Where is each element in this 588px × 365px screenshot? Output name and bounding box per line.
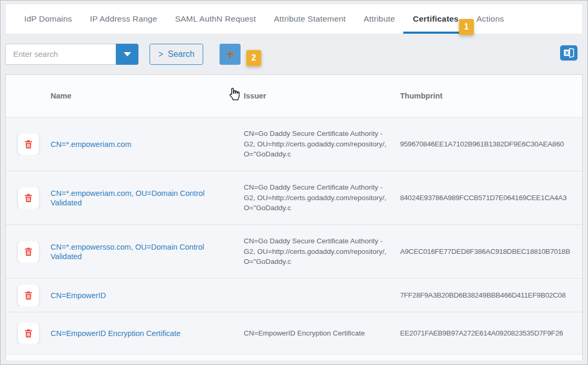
trash-icon bbox=[23, 193, 34, 203]
tab-certificates-label: Certificates bbox=[413, 14, 459, 24]
add-certificate-button[interactable]: + bbox=[220, 44, 241, 65]
certificate-issuer: CN=Go Daddy Secure Certificate Authority… bbox=[244, 236, 400, 267]
certificate-name-link[interactable]: CN=*.empoweriam.com, OU=Domain Control V… bbox=[51, 189, 205, 207]
export-to-excel-button[interactable]: X bbox=[560, 45, 577, 61]
certificate-thumbprint: A9CEC016FE77DED8F386AC918DBEC18810B7018B bbox=[400, 248, 582, 255]
trash-icon bbox=[23, 246, 34, 257]
step-1-annotation-badge: 1 bbox=[459, 19, 474, 35]
certificates-page: IdP Domains IP Address Range SAML AuthN … bbox=[0, 0, 588, 365]
table-row: CN=*.empowersso.com, OU=Domain Control V… bbox=[6, 224, 582, 278]
excel-icon: X bbox=[563, 48, 574, 58]
caret-down-icon bbox=[124, 52, 131, 56]
tab-certificates[interactable]: Certificates 1 bbox=[404, 4, 467, 34]
tab-ip-address-range[interactable]: IP Address Range bbox=[81, 4, 166, 34]
column-header-issuer: Issuer bbox=[244, 92, 400, 100]
certificate-thumbprint: 959670846EE1A7102B961B1382DF9E6C30AEA860 bbox=[400, 140, 582, 148]
trash-icon bbox=[23, 139, 34, 150]
certificate-issuer: CN=EmpowerID Encryption Certificate bbox=[244, 328, 400, 339]
toolbar: > Search + 2 X bbox=[1, 34, 587, 74]
next-row-partial bbox=[6, 354, 582, 360]
search-button-label: Search bbox=[168, 50, 195, 59]
table-row: CN=*.empoweriam.com CN=Go Daddy Secure C… bbox=[6, 117, 582, 171]
certificate-name-link[interactable]: CN=EmpowerID Encryption Certificate bbox=[51, 329, 181, 338]
column-header-name: Name bbox=[51, 92, 244, 100]
trash-icon bbox=[23, 290, 34, 301]
search-input[interactable] bbox=[5, 44, 116, 65]
step-2-annotation-badge: 2 bbox=[246, 50, 261, 66]
tab-idp-domains[interactable]: IdP Domains bbox=[15, 4, 81, 34]
certificate-name-link[interactable]: CN=EmpowerID bbox=[51, 291, 106, 300]
table-row: CN=EmpowerID 7FF28F9A3B20BD6B38249BBB466… bbox=[6, 278, 582, 312]
certificate-name-link[interactable]: CN=*.empoweriam.com bbox=[51, 140, 132, 149]
table-row: CN=*.empoweriam.com, OU=Domain Control V… bbox=[6, 171, 582, 224]
tab-actions[interactable]: Actions bbox=[467, 4, 513, 34]
svg-text:X: X bbox=[565, 50, 569, 56]
column-header-thumbprint: Thumbprint bbox=[400, 92, 582, 100]
certificate-thumbprint: 7FF28F9A3B20BD6B38249BBB466D411EF9B02C08 bbox=[400, 291, 582, 299]
tab-attribute[interactable]: Attribute bbox=[355, 4, 404, 34]
certificate-issuer: CN=Go Daddy Secure Certificate Authority… bbox=[244, 182, 400, 213]
delete-certificate-button[interactable] bbox=[18, 241, 39, 262]
chevron-right-icon: > bbox=[158, 48, 163, 60]
delete-certificate-button[interactable] bbox=[18, 323, 39, 344]
certificate-thumbprint: EE2071FAEB9B97A272E614A0920823535D7F9F26 bbox=[400, 329, 582, 337]
tab-saml-authn-request[interactable]: SAML AuthN Request bbox=[166, 4, 265, 34]
delete-certificate-button[interactable] bbox=[18, 285, 39, 306]
certificate-thumbprint: 84024E93786A989FCCB571D7E064169CEE1CA4A3 bbox=[400, 194, 582, 202]
trash-icon bbox=[23, 328, 34, 339]
certificates-table: Name Issuer Thumbprint CN=*.empoweriam.c… bbox=[5, 74, 583, 360]
search-field-dropdown-button[interactable] bbox=[116, 44, 138, 65]
tab-attribute-statement[interactable]: Attribute Statement bbox=[265, 4, 354, 34]
table-header-row: Name Issuer Thumbprint bbox=[6, 75, 582, 117]
search-button[interactable]: > Search bbox=[150, 44, 203, 65]
tab-bar: IdP Domains IP Address Range SAML AuthN … bbox=[5, 4, 583, 34]
delete-certificate-button[interactable] bbox=[18, 134, 39, 155]
table-row: CN=EmpowerID Encryption Certificate CN=E… bbox=[6, 312, 582, 354]
delete-certificate-button[interactable] bbox=[18, 188, 39, 209]
search-group bbox=[5, 44, 138, 65]
certificate-issuer: CN=Go Daddy Secure Certificate Authority… bbox=[244, 129, 400, 160]
certificate-name-link[interactable]: CN=*.empowersso.com, OU=Domain Control V… bbox=[51, 243, 204, 261]
